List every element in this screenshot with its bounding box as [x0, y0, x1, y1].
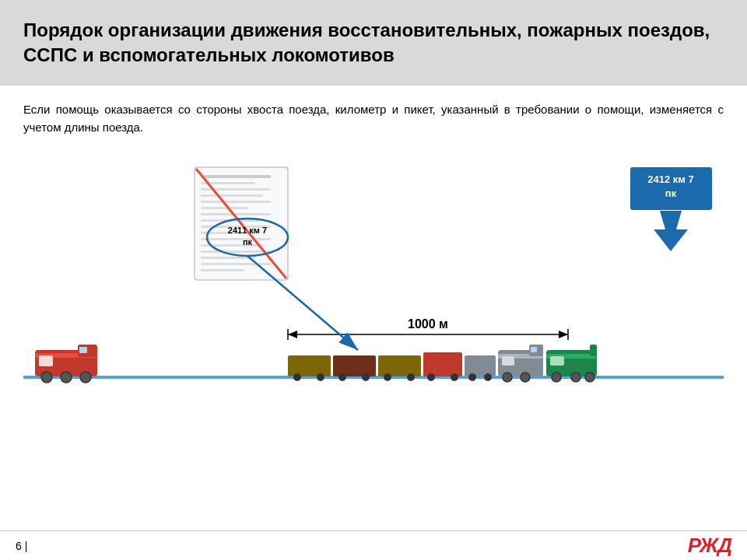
main-content: Если помощь оказывается со стороны хвост…: [0, 86, 747, 432]
svg-marker-42: [559, 331, 568, 338]
diagram-svg: 1000 м 2412 км 7 пк: [23, 144, 724, 424]
svg-text:пк: пк: [665, 187, 677, 199]
slide-footer: 6 | РЖД: [0, 530, 747, 560]
svg-marker-41: [288, 331, 297, 338]
svg-rect-37: [590, 345, 597, 356]
svg-rect-60: [201, 238, 271, 240]
svg-point-27: [503, 373, 512, 382]
svg-rect-26: [502, 356, 514, 366]
svg-point-23: [484, 373, 492, 381]
svg-rect-3: [39, 355, 53, 366]
svg-point-6: [80, 372, 91, 383]
svg-rect-33: [550, 356, 564, 366]
svg-point-13: [338, 373, 346, 381]
svg-point-28: [521, 373, 530, 382]
diagram-area: 1000 м 2412 км 7 пк: [23, 144, 724, 424]
svg-text:2412 км 7: 2412 км 7: [647, 173, 694, 185]
svg-rect-30: [531, 347, 537, 352]
svg-rect-9: [288, 355, 331, 376]
body-paragraph: Если помощь оказывается со стороны хвост…: [23, 101, 724, 136]
slide-title: Порядок организации движения восстановит…: [23, 18, 724, 68]
svg-rect-63: [201, 257, 255, 259]
svg-rect-15: [378, 355, 421, 376]
svg-marker-48: [654, 229, 688, 251]
svg-rect-54: [201, 201, 271, 203]
svg-rect-65: [201, 269, 244, 271]
svg-point-4: [41, 372, 52, 383]
svg-rect-12: [333, 355, 376, 376]
svg-point-20: [451, 373, 458, 381]
svg-marker-47: [660, 211, 682, 229]
slide-header: Порядок организации движения восстановит…: [0, 0, 747, 86]
svg-rect-21: [465, 355, 496, 376]
svg-point-17: [407, 373, 415, 381]
svg-text:пк: пк: [243, 237, 253, 247]
svg-point-22: [468, 373, 476, 381]
svg-rect-50: [201, 175, 271, 178]
svg-rect-18: [423, 352, 462, 376]
svg-point-34: [552, 373, 561, 382]
svg-point-14: [362, 373, 370, 381]
svg-point-10: [293, 373, 301, 381]
svg-point-35: [571, 373, 580, 382]
svg-point-19: [427, 373, 435, 381]
svg-rect-53: [201, 194, 263, 197]
svg-text:1000 м: 1000 м: [408, 317, 448, 331]
svg-point-11: [317, 373, 324, 381]
page-number: 6 |: [16, 540, 27, 552]
rzd-logo: РЖД: [688, 534, 731, 558]
svg-rect-8: [79, 347, 87, 353]
svg-point-36: [585, 373, 594, 382]
svg-point-16: [384, 373, 391, 381]
svg-text:2411 км 7: 2411 км 7: [228, 226, 267, 235]
svg-rect-62: [201, 250, 271, 253]
svg-rect-56: [201, 213, 271, 215]
svg-point-5: [61, 372, 72, 383]
svg-rect-64: [201, 263, 271, 265]
svg-rect-55: [201, 207, 247, 209]
